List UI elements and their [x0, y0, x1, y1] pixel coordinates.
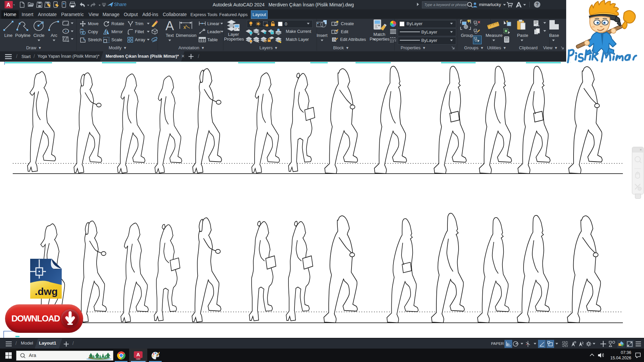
svg-text:A: A: [165, 19, 174, 32]
svg-text:.dwg: .dwg: [35, 286, 58, 297]
svg-text:A: A: [6, 2, 10, 8]
svg-text:0: 0: [285, 21, 287, 26]
svg-text:CAD: CAD: [137, 358, 140, 360]
svg-text:A: A: [137, 352, 140, 357]
